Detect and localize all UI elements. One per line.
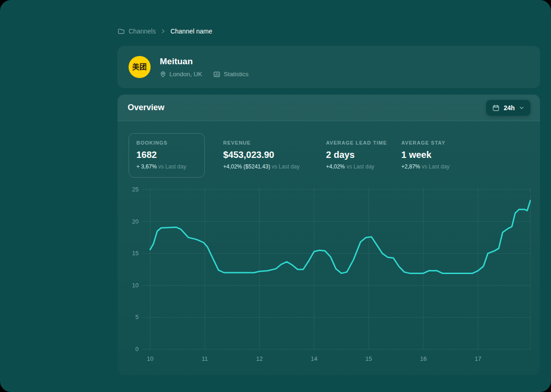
stat-label: AVERAGE STAY: [401, 140, 450, 146]
svg-text:12: 12: [256, 355, 263, 362]
channel-name: Meituan: [160, 56, 248, 67]
channel-logo-text: 美团: [132, 62, 147, 72]
channel-logo: 美团: [129, 56, 151, 78]
svg-text:10: 10: [132, 282, 139, 289]
stat-delta: +4,02% ($5241.43) vs Last day: [223, 163, 326, 170]
folder-icon: [118, 28, 125, 35]
channel-location: London, UK: [160, 71, 202, 78]
stat-delta-value: +2,87%: [401, 163, 420, 170]
chevron-down-icon: [519, 105, 524, 111]
time-range-label: 24h: [504, 104, 515, 112]
chevron-right-icon: [160, 28, 166, 34]
stat-average-stay[interactable]: AVERAGE STAY 1 week +2,87% vs Last day: [401, 133, 450, 170]
svg-text:15: 15: [132, 250, 139, 257]
overview-header: Overview 24h: [118, 95, 540, 121]
main-content: Channels Channel name 美团 Meituan: [118, 0, 540, 375]
statistics-icon: [213, 71, 220, 78]
svg-text:25: 25: [132, 186, 139, 193]
stat-delta-suffix: vs Last day: [422, 163, 450, 170]
svg-text:20: 20: [132, 218, 139, 225]
stat-value: 1682: [136, 150, 197, 160]
bookings-chart: 051015202510111214151617: [127, 183, 531, 366]
stat-value: $453,023.90: [223, 150, 326, 160]
channel-info: Meituan London, UK: [160, 56, 248, 78]
svg-text:14: 14: [311, 355, 317, 362]
overview-body: BOOKINGS 1682 + 3,67% vs Last day REVENU…: [118, 121, 540, 375]
stat-delta: + 3,67% vs Last day: [136, 163, 197, 170]
statistics-label: Statistics: [224, 71, 248, 78]
stat-delta-value: +4,02% ($5241.43): [223, 163, 270, 170]
stat-delta: +2,87% vs Last day: [401, 163, 450, 170]
location-pin-icon: [160, 71, 166, 78]
stat-value: 1 week: [401, 150, 450, 160]
stat-label: REVENUE: [223, 140, 326, 146]
svg-text:5: 5: [135, 314, 139, 320]
svg-text:17: 17: [475, 355, 481, 362]
statistics-link[interactable]: Statistics: [213, 71, 248, 78]
stat-delta: +4,02% vs Last day: [326, 163, 401, 170]
stat-delta-suffix: vs Last day: [346, 163, 374, 170]
stat-value: 2 days: [326, 150, 401, 160]
channel-location-label: London, UK: [169, 71, 202, 78]
channel-meta: London, UK Statistics: [160, 71, 248, 78]
app-background: Channels Channel name 美团 Meituan: [0, 0, 551, 392]
breadcrumb-channels-label: Channels: [129, 28, 156, 35]
stat-delta-value: +4,02%: [326, 163, 345, 170]
overview-panel: Overview 24h: [118, 95, 540, 375]
overview-title: Overview: [127, 103, 164, 112]
breadcrumb-channels[interactable]: Channels: [118, 28, 156, 35]
breadcrumb-current: Channel name: [170, 28, 212, 35]
stats-row: BOOKINGS 1682 + 3,67% vs Last day REVENU…: [127, 133, 531, 178]
stat-delta-suffix: vs Last day: [158, 163, 186, 170]
stat-delta-value: + 3,67%: [136, 163, 157, 170]
svg-text:10: 10: [147, 355, 153, 362]
stat-bookings[interactable]: BOOKINGS 1682 + 3,67% vs Last day: [129, 133, 205, 178]
svg-text:11: 11: [202, 355, 208, 362]
channel-card: 美团 Meituan London, UK: [118, 46, 540, 88]
stat-label: AVERAGE LEAD TIME: [326, 140, 401, 146]
stat-average-lead-time[interactable]: AVERAGE LEAD TIME 2 days +4,02% vs Last …: [326, 133, 401, 170]
svg-text:0: 0: [135, 346, 139, 353]
svg-text:15: 15: [365, 355, 372, 362]
svg-text:16: 16: [420, 355, 427, 362]
stat-label: BOOKINGS: [136, 140, 197, 146]
stat-revenue[interactable]: REVENUE $453,023.90 +4,02% ($5241.43) vs…: [223, 133, 326, 170]
calendar-icon: [492, 104, 500, 112]
breadcrumb: Channels Channel name: [118, 28, 540, 35]
time-range-selector[interactable]: 24h: [486, 100, 531, 116]
stat-delta-suffix: vs Last day: [272, 163, 300, 170]
